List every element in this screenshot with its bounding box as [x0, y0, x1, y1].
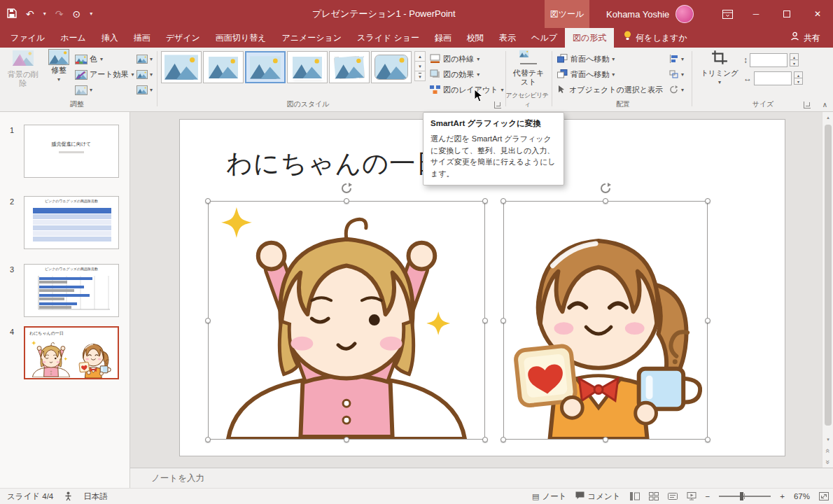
- resize-handle-n[interactable]: [603, 198, 608, 204]
- slide-thumbnail-4-selected[interactable]: わにちゃんの一日: [24, 326, 119, 379]
- resize-handle-nw[interactable]: [205, 198, 211, 204]
- rotate-objects-button[interactable]: ▾: [669, 83, 684, 97]
- slide-thumbnail-3[interactable]: ピンクのワニグッズの商品販売数: [24, 264, 119, 317]
- resize-handle-n[interactable]: [344, 198, 349, 204]
- picture-style-option[interactable]: [203, 51, 244, 83]
- picture-style-option[interactable]: [287, 51, 328, 83]
- language-indicator[interactable]: 日本語: [83, 491, 108, 502]
- slideshow-view-button[interactable]: [687, 492, 696, 500]
- tab-file[interactable]: ファイル: [3, 28, 52, 48]
- group-objects-button[interactable]: ▾: [669, 67, 684, 82]
- next-slide-button[interactable]: »: [822, 456, 833, 468]
- corrections-button[interactable]: 修整 ▾: [43, 50, 74, 83]
- zoom-out-button[interactable]: −: [706, 492, 710, 500]
- picture-style-option-selected[interactable]: [245, 51, 286, 83]
- tell-me-box[interactable]: 何をしますか: [624, 28, 687, 48]
- tab-design[interactable]: デザイン: [158, 28, 208, 48]
- comments-toggle-button[interactable]: コメント: [575, 491, 620, 502]
- picture-effects-button[interactable]: 図の効果 ▾: [430, 67, 479, 82]
- selected-picture-girl-breakfast[interactable]: [503, 201, 708, 440]
- collapse-ribbon-button[interactable]: ∧: [822, 101, 827, 108]
- resize-handle-se[interactable]: [705, 437, 710, 442]
- crop-button[interactable]: トリミング ▾: [700, 50, 739, 85]
- resize-handle-s[interactable]: [603, 437, 608, 442]
- touch-mode-button[interactable]: ⊙: [72, 9, 80, 19]
- stepper-down-icon[interactable]: ▾: [790, 59, 799, 66]
- shape-height-input[interactable]: [750, 53, 788, 67]
- save-icon[interactable]: [7, 8, 17, 20]
- tab-review[interactable]: 校閲: [459, 28, 491, 48]
- resize-handle-s[interactable]: [344, 437, 349, 442]
- artistic-effects-button[interactable]: アート効果 ▾: [76, 67, 134, 82]
- gallery-scroll-up-button[interactable]: ▴: [414, 51, 426, 62]
- normal-view-button[interactable]: [630, 492, 640, 500]
- reading-view-button[interactable]: [668, 492, 678, 500]
- gallery-more-button[interactable]: ▾: [414, 71, 426, 81]
- selection-pane-button[interactable]: オブジェクトの選択と表示: [557, 83, 663, 97]
- vertical-scrollbar[interactable]: ▴ ▾ « »: [822, 112, 833, 468]
- resize-handle-sw[interactable]: [205, 437, 211, 442]
- resize-handle-e[interactable]: [705, 318, 710, 323]
- tab-transitions[interactable]: 画面切り替え: [208, 28, 274, 48]
- close-button[interactable]: ✕: [802, 0, 833, 28]
- maximize-button[interactable]: [771, 0, 802, 28]
- color-button[interactable]: 色 ▾: [76, 52, 103, 66]
- height-stepper[interactable]: ▴▾: [790, 54, 799, 66]
- picture-layout-button[interactable]: 図のレイアウト ▾: [430, 83, 504, 97]
- tab-home[interactable]: ホーム: [52, 28, 94, 48]
- slide-thumbnail-1[interactable]: 販売促進に向けて: [24, 125, 119, 178]
- resize-handle-ne[interactable]: [482, 198, 488, 204]
- customize-qat-caret-icon[interactable]: ▾: [90, 11, 92, 17]
- resize-handle-w[interactable]: [205, 318, 211, 323]
- girl-breakfast-image[interactable]: [504, 202, 707, 439]
- gallery-scroll-down-button[interactable]: ▾: [414, 61, 426, 71]
- resize-handle-ne[interactable]: [705, 198, 710, 204]
- undo-caret-icon[interactable]: ▾: [43, 11, 46, 17]
- notes-toggle-button[interactable]: ▤ ノート: [532, 491, 566, 502]
- ribbon-display-options-button[interactable]: [714, 0, 741, 28]
- slide-title-text[interactable]: わにちゃんの一日: [226, 146, 442, 181]
- zoom-slider-track[interactable]: [719, 496, 771, 497]
- picture-transparency-button[interactable]: ▾: [76, 83, 92, 97]
- resize-handle-sw[interactable]: [500, 437, 506, 442]
- tab-record[interactable]: 録画: [427, 28, 459, 48]
- scroll-down-button[interactable]: ▾: [822, 434, 833, 445]
- picture-styles-dialog-launcher[interactable]: [494, 102, 501, 108]
- compress-picture-button[interactable]: ▾: [137, 52, 153, 66]
- slide-sorter-view-button[interactable]: [649, 492, 659, 500]
- scroll-up-button[interactable]: ▴: [822, 112, 833, 123]
- tab-draw[interactable]: 描画: [126, 28, 158, 48]
- alt-text-button[interactable]: 代替テキスト: [510, 50, 547, 88]
- tab-help[interactable]: ヘルプ: [524, 28, 565, 48]
- account-area[interactable]: Kohama Yoshie: [606, 0, 694, 28]
- slide-thumbnail-2[interactable]: ピンクのワニグッズの商品販売数: [24, 196, 119, 249]
- picture-style-option[interactable]: [371, 51, 412, 83]
- size-dialog-launcher[interactable]: [804, 102, 811, 108]
- fit-to-window-button[interactable]: [819, 492, 829, 500]
- zoom-in-button[interactable]: +: [780, 492, 785, 500]
- send-backward-button[interactable]: 背面へ移動 ▾: [557, 67, 615, 82]
- undo-button[interactable]: ↶: [26, 9, 34, 19]
- tab-animations[interactable]: アニメーション: [274, 28, 349, 48]
- resize-handle-w[interactable]: [500, 318, 506, 323]
- minimize-button[interactable]: ─: [741, 0, 771, 28]
- width-stepper[interactable]: ▴▾: [794, 72, 803, 85]
- shape-width-input[interactable]: [754, 71, 792, 85]
- stepper-down-icon[interactable]: ▾: [794, 78, 803, 85]
- scrollbar-thumb[interactable]: [825, 125, 832, 426]
- tab-insert[interactable]: 挿入: [94, 28, 126, 48]
- girl-waking-image[interactable]: [209, 202, 484, 439]
- accessibility-checker-icon[interactable]: [64, 491, 72, 501]
- zoom-slider-thumb[interactable]: [740, 492, 743, 500]
- notes-placeholder[interactable]: ノートを入力: [151, 468, 204, 488]
- resize-handle-e[interactable]: [482, 318, 488, 323]
- selected-picture-girl-waking[interactable]: [208, 201, 485, 440]
- zoom-slider[interactable]: [719, 492, 771, 500]
- previous-slide-button[interactable]: «: [822, 445, 833, 456]
- tab-view[interactable]: 表示: [491, 28, 524, 48]
- align-objects-button[interactable]: ▾: [669, 52, 684, 66]
- rotation-handle[interactable]: [341, 183, 352, 194]
- rotation-handle[interactable]: [600, 183, 611, 194]
- bring-forward-button[interactable]: 前面へ移動 ▾: [557, 52, 615, 66]
- reset-picture-button[interactable]: ▾: [137, 83, 153, 97]
